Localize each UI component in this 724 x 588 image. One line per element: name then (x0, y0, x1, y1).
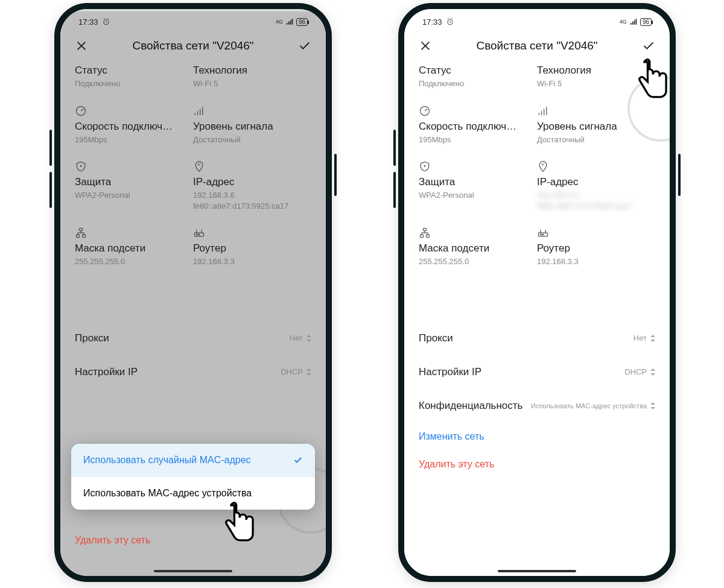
status-bar: 17:33 4G 96 (404, 11, 670, 32)
page-title: Свойства сети "V2046" (132, 39, 253, 52)
mac-popup: Использовать случайный MAC-адрес Использ… (71, 444, 315, 510)
svg-point-12 (424, 165, 425, 166)
ip-settings-value: DHCP (281, 367, 303, 376)
delete-network-link[interactable]: Удалить эту сеть (419, 450, 655, 478)
security-label: Защита (75, 176, 193, 188)
status-value: Подключено (75, 78, 193, 89)
svg-text:IP: IP (542, 163, 545, 166)
popup-option-random[interactable]: Использовать случайный MAC-адрес (71, 444, 315, 476)
svg-point-8 (197, 234, 198, 235)
shield-icon (75, 160, 87, 172)
phone-left: 17:33 4G 96 Свойства сети "V2046" Статус… (54, 3, 332, 582)
speed-label: Скорость подключ… (419, 121, 537, 133)
signal-value: Достаточный (193, 134, 311, 145)
volume-up-button[interactable] (49, 130, 52, 166)
privacy-value: Использовать MAC-адрес устройства (531, 402, 647, 409)
check-icon (293, 455, 303, 465)
subnet-value: 255.255.255.0 (419, 256, 537, 267)
volume-down-button[interactable] (49, 172, 52, 208)
confirm-icon[interactable] (298, 39, 311, 52)
speed-label: Скорость подключ… (75, 121, 193, 133)
ip-settings-row[interactable]: Настройки IP DHCP (75, 355, 311, 389)
modify-network-link[interactable]: Изменить сеть (419, 423, 655, 450)
ip-value-blurred: 192.168.3.6 (537, 190, 655, 201)
proxy-value: Нет (634, 334, 647, 343)
status-bar: 17:33 4G 96 (60, 11, 326, 32)
popup-option-device-label: Использовать MAC-адрес устройства (83, 488, 252, 499)
alarm-icon (102, 17, 110, 26)
volume-up-button[interactable] (393, 130, 396, 166)
power-button[interactable] (678, 154, 681, 196)
ip-label: IP-адрес (193, 176, 311, 188)
subnet-value: 255.255.255.0 (75, 256, 193, 267)
close-icon[interactable] (419, 39, 432, 52)
svg-point-19 (542, 234, 544, 235)
subnet-label: Маска подсети (419, 242, 537, 254)
svg-point-2 (80, 165, 81, 166)
security-value: WPA2-Personal (419, 190, 537, 201)
confirm-icon[interactable] (642, 39, 655, 52)
home-indicator[interactable] (154, 570, 232, 572)
svg-rect-14 (424, 229, 427, 231)
proxy-row[interactable]: Прокси Нет (419, 321, 655, 355)
svg-rect-16 (427, 235, 430, 238)
delete-network-link[interactable]: Удалить эту сеть (75, 535, 150, 546)
ip-icon: IP (193, 160, 205, 172)
privacy-row[interactable]: Конфиденциальность Использовать MAC-адре… (419, 389, 655, 423)
alarm-icon (446, 17, 454, 26)
signal-strength-icon (537, 105, 549, 117)
phone-right: 17:33 4G 96 Свойства сети "V2046" Статус… (398, 3, 676, 582)
ip-label: IP-адрес (537, 176, 655, 188)
ip-icon: IP (537, 160, 549, 172)
net-indicator: 4G (620, 19, 627, 25)
svg-rect-15 (421, 235, 424, 238)
header: Свойства сети "V2046" (404, 32, 670, 61)
router-icon (537, 227, 549, 239)
shield-icon (419, 160, 431, 172)
svg-point-9 (198, 234, 200, 235)
content: Статус Подключено Технология Wi-Fi 5 Ско… (404, 61, 670, 576)
status-label: Статус (419, 65, 537, 77)
router-icon (193, 227, 205, 239)
signal-icon (285, 17, 294, 26)
home-indicator[interactable] (498, 570, 576, 572)
privacy-label: Конфиденциальность (419, 400, 522, 412)
svg-text:IP: IP (198, 163, 201, 166)
tech-value: Wi-Fi 5 (193, 78, 311, 89)
popup-option-device[interactable]: Использовать MAC-адрес устройства (71, 476, 315, 510)
svg-point-18 (541, 234, 542, 235)
security-label: Защита (419, 176, 537, 188)
status-label: Статус (75, 65, 193, 77)
ip-settings-row[interactable]: Настройки IP DHCP (419, 355, 655, 389)
router-value: 192.168.3.3 (193, 256, 311, 267)
svg-rect-5 (77, 235, 80, 238)
ip-value-blurred-2: fe80::a8e7:d173:5925:ca17 (537, 201, 655, 212)
proxy-label: Прокси (75, 332, 109, 344)
volume-down-button[interactable] (393, 172, 396, 208)
ip-value-2: fe80::a8e7:d173:5925:ca17 (193, 201, 311, 212)
router-label: Роутер (537, 242, 655, 254)
proxy-label: Прокси (419, 332, 453, 344)
ip-settings-label: Настройки IP (419, 366, 481, 378)
signal-strength-icon (193, 105, 205, 117)
tech-label: Технология (537, 65, 655, 77)
proxy-row[interactable]: Прокси Нет (75, 321, 311, 355)
battery-icon: 96 (296, 18, 308, 26)
tech-label: Технология (193, 65, 311, 77)
page-title: Свойства сети "V2046" (476, 39, 597, 52)
close-icon[interactable] (75, 39, 88, 52)
proxy-value: Нет (290, 334, 303, 343)
battery-icon: 96 (640, 18, 652, 26)
svg-rect-6 (83, 235, 86, 238)
speed-icon (419, 105, 431, 117)
speed-icon (75, 105, 87, 117)
router-label: Роутер (193, 242, 311, 254)
power-button[interactable] (334, 154, 337, 196)
signal-label: Уровень сигнала (193, 121, 311, 133)
popup-option-random-label: Использовать случайный MAC-адрес (83, 455, 251, 466)
svg-rect-4 (80, 229, 83, 231)
screen-right: 17:33 4G 96 Свойства сети "V2046" Статус… (404, 9, 670, 576)
speed-value: 195Mbps (75, 134, 193, 145)
ip-settings-label: Настройки IP (75, 366, 138, 378)
subnet-icon (75, 227, 87, 239)
